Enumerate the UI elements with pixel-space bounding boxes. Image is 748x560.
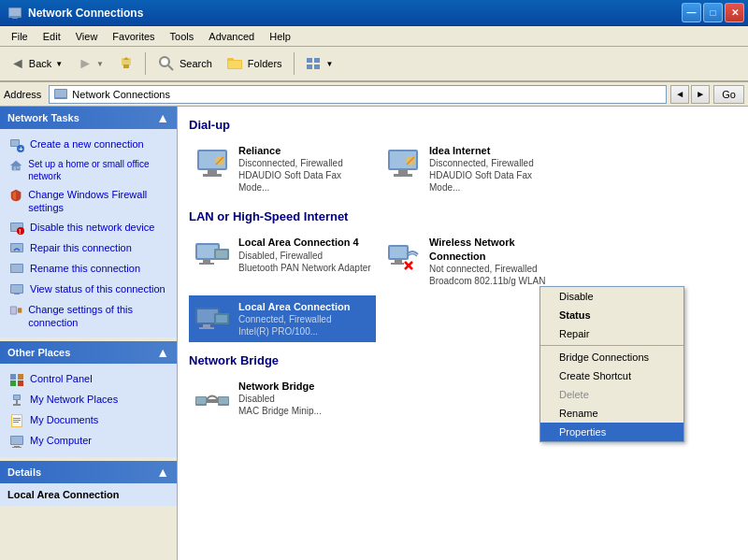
close-button[interactable]: ✕: [725, 3, 744, 22]
svg-rect-65: [398, 170, 408, 174]
title-bar: Network Connections — □ ✕: [0, 0, 748, 26]
network-tasks-collapse-icon[interactable]: ▲: [156, 110, 169, 125]
other-places-section: Other Places ▲ Control Panel: [0, 341, 177, 457]
connection-local-area[interactable]: Local Area Connection Connected, Firewal…: [189, 295, 376, 342]
network-tasks-header[interactable]: Network Tasks ▲: [0, 107, 177, 129]
sidebar-item-create-connection[interactable]: + Create a new connection: [7, 135, 169, 155]
disable-device-icon: !: [9, 221, 24, 236]
ctx-repair[interactable]: Repair: [540, 324, 683, 343]
my-network-icon: [9, 393, 24, 408]
go-button[interactable]: Go: [713, 85, 744, 104]
views-dropdown-icon[interactable]: ▼: [326, 60, 334, 68]
minimize-button[interactable]: —: [682, 3, 701, 22]
sidebar-item-rename[interactable]: Rename this connection: [7, 259, 169, 280]
sidebar-item-disable-device[interactable]: ! Disable this network device: [7, 218, 169, 238]
connection-wireless[interactable]: Wireless Network Connection Not connecte…: [380, 231, 567, 292]
ctx-properties[interactable]: Properties: [540, 423, 683, 441]
svg-rect-33: [11, 265, 22, 272]
sidebar-item-control-panel[interactable]: Control Panel: [7, 369, 169, 390]
other-places-collapse-icon[interactable]: ▲: [156, 345, 169, 360]
details-collapse-icon[interactable]: ▲: [156, 465, 169, 480]
bridge-device: MAC Bridge Minip...: [238, 405, 371, 417]
sidebar-item-repair[interactable]: Repair this connection: [7, 238, 169, 259]
forward-button[interactable]: ► ▼: [71, 51, 110, 76]
svg-rect-31: [11, 244, 22, 251]
menu-favorites[interactable]: Favorites: [105, 29, 162, 44]
views-button[interactable]: ▼: [299, 52, 340, 75]
local-area-device: Intel(R) PRO/100...: [238, 325, 371, 337]
menu-tools[interactable]: Tools: [163, 29, 202, 44]
svg-rect-47: [16, 400, 18, 404]
connection-lan4[interactable]: Local Area Connection 4 Disabled, Firewa…: [189, 231, 376, 292]
svg-text:+: +: [19, 145, 23, 152]
sidebar-item-home-office[interactable]: Set up a home or small office network: [7, 155, 169, 185]
address-value: Network Connections: [72, 89, 170, 100]
svg-rect-71: [199, 263, 214, 265]
address-label: Address: [4, 89, 45, 100]
network-tasks-content: + Create a new connection Set up a home …: [0, 129, 177, 337]
menu-help[interactable]: Help: [262, 29, 298, 44]
wireless-icon: [384, 236, 422, 273]
svg-rect-35: [11, 285, 22, 293]
svg-rect-20: [11, 140, 19, 146]
folders-button[interactable]: Folders: [221, 52, 289, 75]
details-content: Local Area Connection: [0, 483, 177, 506]
menu-view[interactable]: View: [68, 29, 106, 44]
other-places-content: Control Panel My Network Places: [0, 364, 177, 457]
repair-label: Repair this connection: [30, 241, 132, 254]
connection-idea[interactable]: Idea Internet Disconnected, Firewalled H…: [380, 139, 567, 198]
sidebar-item-my-network[interactable]: My Network Places: [7, 390, 169, 410]
ctx-bridge-connections[interactable]: Bridge Connections: [540, 348, 683, 366]
idea-device: HDAUDIO Soft Data Fax Mode...: [429, 169, 562, 194]
local-area-status: Connected, Firewalled: [238, 313, 371, 325]
menu-edit[interactable]: Edit: [36, 29, 68, 44]
ctx-status[interactable]: Status: [540, 306, 683, 324]
back-label: Back: [29, 58, 51, 69]
ctx-disable[interactable]: Disable: [540, 287, 683, 306]
svg-rect-60: [208, 170, 217, 174]
reliance-status: Disconnected, Firewalled: [238, 157, 371, 169]
folders-icon: [227, 56, 244, 71]
menu-file[interactable]: File: [4, 29, 36, 44]
dialup-grid: Reliance Disconnected, Firewalled HDAUDI…: [189, 139, 737, 198]
sidebar-item-firewall[interactable]: Change Windows Firewall settings: [7, 185, 169, 218]
my-documents-label: My Documents: [30, 413, 98, 426]
sidebar-item-view-status[interactable]: View status of this connection: [7, 280, 169, 300]
svg-rect-36: [13, 293, 21, 294]
svg-rect-15: [307, 65, 312, 69]
address-back-button[interactable]: ◄: [670, 85, 689, 104]
other-places-header[interactable]: Other Places ▲: [0, 341, 177, 364]
menu-advanced[interactable]: Advanced: [201, 29, 262, 44]
local-area-info: Local Area Connection Connected, Firewal…: [238, 300, 371, 337]
maximize-button[interactable]: □: [703, 3, 723, 22]
toolbar-sep-1: [145, 52, 146, 75]
idea-name: Idea Internet: [429, 144, 562, 157]
svg-rect-3: [12, 18, 18, 19]
back-button[interactable]: ◄ Back ▼: [4, 51, 69, 76]
sidebar-item-change-settings[interactable]: Change settings of this connection: [7, 300, 169, 333]
connection-reliance[interactable]: Reliance Disconnected, Firewalled HDAUDI…: [189, 139, 376, 198]
address-forward-button[interactable]: ►: [691, 85, 710, 104]
address-input-container[interactable]: Network Connections: [49, 85, 667, 104]
sidebar-item-my-computer[interactable]: My Computer: [7, 431, 169, 452]
back-dropdown-icon[interactable]: ▼: [55, 60, 63, 68]
up-icon: [119, 56, 134, 71]
svg-point-9: [162, 59, 167, 65]
svg-rect-42: [18, 374, 23, 380]
connection-bridge[interactable]: Network Bridge Disabled MAC Bridge Minip…: [189, 375, 376, 422]
svg-rect-85: [216, 315, 227, 323]
window-title: Network Connections: [28, 7, 143, 20]
search-button[interactable]: Search: [151, 50, 219, 77]
up-button[interactable]: [112, 52, 140, 75]
ctx-create-shortcut[interactable]: Create Shortcut: [540, 366, 683, 385]
forward-dropdown-icon[interactable]: ▼: [96, 60, 104, 68]
ctx-rename[interactable]: Rename: [540, 404, 683, 423]
svg-rect-13: [307, 58, 312, 63]
create-connection-icon: +: [9, 137, 24, 152]
bridge-info: Network Bridge Disabled MAC Bridge Minip…: [238, 380, 371, 417]
reliance-device: HDAUDIO Soft Data Fax Mode...: [238, 169, 371, 194]
other-places-title: Other Places: [7, 347, 70, 358]
sidebar-item-my-documents[interactable]: My Documents: [7, 410, 169, 431]
svg-rect-43: [10, 381, 16, 386]
details-header[interactable]: Details ▲: [0, 461, 177, 483]
